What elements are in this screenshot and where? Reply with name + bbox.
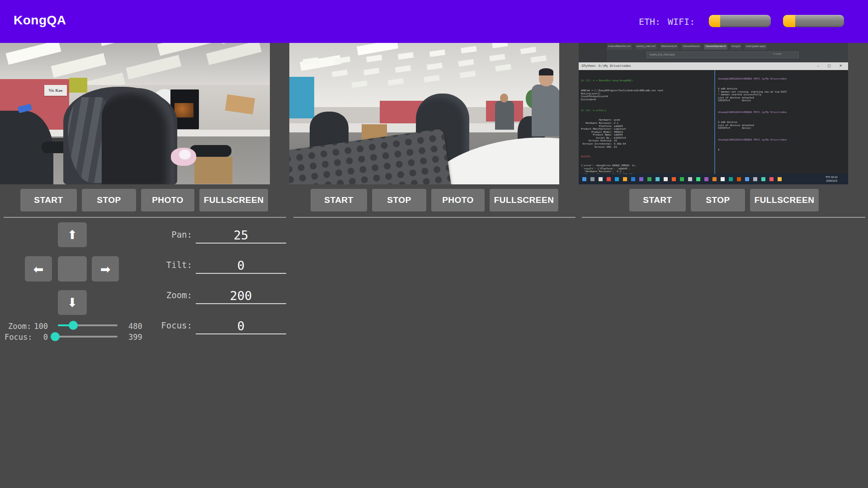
console-line: In [3]: k = RobotRun.kong.KongADB() [581,79,713,82]
cardboard-box [194,157,232,184]
console-right-pane: zhuang1106622093+6N8B01 MSYS /g/My Drive… [718,71,844,157]
console-prompt: zhuang1106622093+6N8B01 MSYS /g/My Drive… [718,138,844,141]
console-split-divider [714,70,715,174]
ceiling [289,43,559,107]
camera-feed-2 [289,43,559,184]
camera-3-stop-button[interactable]: STOP [691,189,745,211]
console-line: $ [718,148,844,151]
camera-2-stop-button[interactable]: STOP [372,189,426,211]
ide-project-pane [579,43,606,62]
console-prompt: zhuang1106622093+6N8B01 MSYS /g/My Drive… [718,111,844,114]
camera-2-start-button[interactable]: START [311,189,367,211]
pan-input[interactable] [196,227,286,244]
panel-3-divider [582,217,865,218]
app-title: KongQA [14,13,66,28]
camera-1-photo-button[interactable]: PHOTO [141,189,194,211]
console-left-pane: In [3]: k = RobotRun.kong.KongADB() ADBC… [581,71,713,184]
pan-left-button[interactable]: ⬅ [25,256,52,282]
camera-1-fullscreen-button[interactable]: FULLSCREEN [199,189,268,211]
kongqa-app: KongQA ETH: WIFI: Vic Kao [0,0,868,488]
camera-2-photo-button[interactable]: PHOTO [431,189,485,211]
ide-tab: build.gradle (app) [745,44,767,50]
person [495,101,514,130]
up-arrow-icon: ⬆ [67,228,78,242]
clock-time: 下午 04:13 [826,175,837,179]
console-prompt: zhuang1106622093+6N8B01 MSYS /g/My Drive… [718,77,844,80]
blue-wall [289,77,314,118]
eth-label: ETH: [639,16,660,27]
console-line: $ adb devices * daemon not running; star… [718,87,844,102]
taskbar-clock: 下午 04:13 2020/12/2 [826,175,837,183]
green-wall-panel [69,78,87,93]
console-window-title: IPython: G:\My Drive/codes [581,64,631,68]
window-controls-icons: – ▢ ✕ [817,64,846,68]
eth-signal-fill [709,15,720,27]
ide-tab: CameraView.kt [681,44,701,50]
black-jacket [102,88,174,184]
down-arrow-icon: ⬇ [67,296,78,310]
focus-slider-min: 0 [27,333,48,342]
focus-slider-max: 399 [128,333,142,342]
zoom-slider-thumb[interactable] [69,321,78,330]
taskbar-icons [582,177,586,181]
ide-tab: Kong.kt [731,44,742,50]
person-hair [539,68,553,75]
ide-tab-active: CameraOperate.kt [704,44,727,50]
console-line: ADBCmd = C:\EasyAVEngine\Tools\Android\A… [581,89,713,101]
wifi-signal-bar [783,15,844,27]
zoom-slider-min: 100 [27,322,48,331]
zoom-slider-track[interactable] [58,324,118,326]
focus-input[interactable] [196,318,286,334]
name-sign: Vic Kao [44,85,67,96]
pan-right-button[interactable]: ➡ [92,256,119,282]
right-arrow-icon: ➡ [100,262,111,276]
clock-date: 2020/12/2 [826,179,837,183]
monitor-wallpaper [175,103,193,117]
wifi-signal-fill [783,15,795,27]
ide-tab: AndroidManifest.xml [607,44,632,50]
tilt-input[interactable] [196,258,286,274]
eth-signal-bar [709,15,771,27]
panel-2-divider [293,217,576,218]
pan-field-label: Pan: [136,230,192,239]
focus-slider-thumb[interactable] [51,332,60,341]
zoom-field-label: Zoom: [136,290,192,300]
tilt-field-label: Tilt: [136,260,192,270]
camera-feed-3: AndroidManifest.xml activity_main.xml Ma… [579,43,848,184]
ide-tab-bar: AndroidManifest.xml activity_main.xml Ma… [607,44,846,50]
camera-3-fullscreen-button[interactable]: FULLSCREEN [750,189,819,211]
panel-1-divider [4,217,286,218]
ptz-home-button[interactable] [58,256,87,282]
focus-slider-track[interactable] [55,336,118,338]
camera-1-button-row: START STOP PHOTO FULLSCREEN [20,189,268,211]
zoom-input[interactable] [196,288,286,304]
ide-tab: activity_main.xml [635,44,657,50]
left-arrow-icon: ⬅ [33,262,44,276]
person-head [500,94,508,103]
camera-feed-1: Vic Kao [0,43,270,184]
console-line: In [4]: k.infos() [581,109,713,112]
camera-2-fullscreen-button[interactable]: FULLSCREEN [490,189,558,211]
windows-taskbar [579,174,848,184]
tilt-up-button[interactable]: ⬆ [58,222,87,247]
camera-1-start-button[interactable]: START [20,189,77,211]
camera-1-stop-button[interactable]: STOP [82,189,136,211]
pink-bag-highlight [179,150,191,160]
console-line: Hardware: qcom Hardware Revision: 2.1 Pl… [581,118,713,148]
camera-2-button-row: START STOP PHOTO FULLSCREEN [311,189,558,211]
person-body [532,84,559,136]
ide-tab: MainActivity.kt [660,44,679,50]
camera-3-button-row: START STOP FULLSCREEN [629,189,819,211]
ide-search-result: 1 result [773,52,781,55]
camera-3-start-button[interactable]: START [629,189,686,211]
focus-field-label: Focus: [136,320,192,330]
app-header: KongQA ETH: WIFI: [0,0,868,43]
console-line: $ adb devices List of devices attached 9… [718,121,844,130]
wifi-label: WIFI: [668,16,695,27]
console-line: Out[4]: [581,155,713,158]
tilt-down-button[interactable]: ⬇ [58,290,87,315]
